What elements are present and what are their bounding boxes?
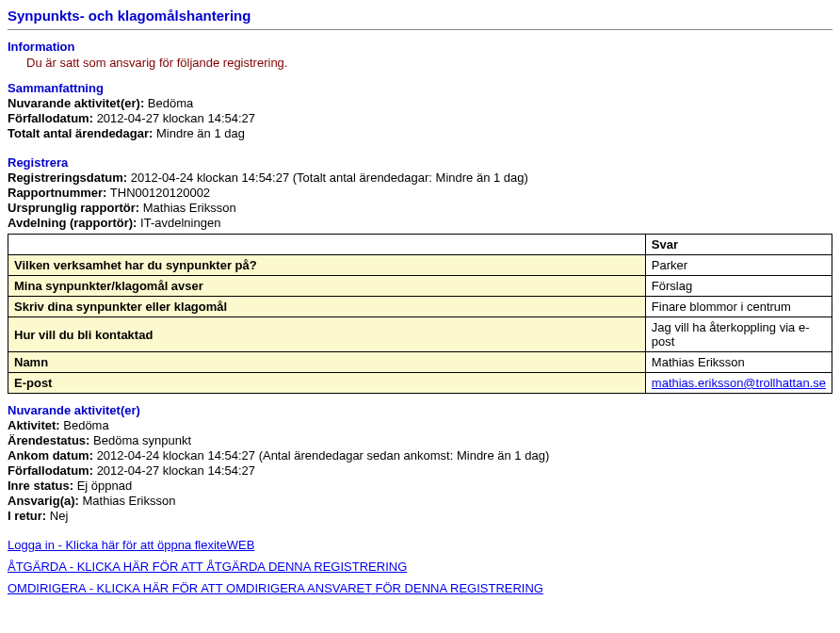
- table-header-row: Svar: [8, 235, 832, 255]
- register-reportnum-label: Rapportnummer:: [8, 186, 106, 200]
- register-reportnum: Rapportnummer: THN00120120002: [8, 186, 832, 200]
- summary-totaldays-value: Mindre än 1 dag: [156, 126, 245, 140]
- current-innerstatus-value: Ej öppnad: [77, 479, 133, 493]
- email-link[interactable]: mathias.eriksson@trollhattan.se: [652, 376, 826, 390]
- page-title: Synpunkts- och klagomålshantering: [8, 8, 832, 24]
- register-reportnum-value: THN00120120002: [110, 186, 210, 200]
- register-origreporter: Ursprunglig rapportör: Mathias Eriksson: [8, 201, 832, 215]
- table-row: Namn Mathias Eriksson: [8, 352, 832, 373]
- info-header: Information: [8, 40, 832, 54]
- summary-totaldays-label: Totalt antal ärendedagar:: [8, 126, 153, 140]
- summary-totaldays: Totalt antal ärendedagar: Mindre än 1 da…: [8, 126, 832, 140]
- current-status: Ärendestatus: Bedöma synpunkt: [8, 433, 832, 447]
- current-arrived-label: Ankom datum:: [8, 448, 93, 463]
- current-due-value: 2012-04-27 klockan 14:54:27: [97, 463, 255, 478]
- current-responsible: Ansvarig(a): Mathias Eriksson: [8, 494, 832, 508]
- current-arrived: Ankom datum: 2012-04-24 klockan 14:54:27…: [8, 448, 832, 463]
- current-activity-label: Aktivitet:: [8, 418, 60, 432]
- summary-current-activities-label: Nuvarande aktivitet(er):: [8, 96, 144, 110]
- register-regdate: Registreringsdatum: 2012-04-24 klockan 1…: [8, 170, 832, 185]
- table-row: Hur vill du bli kontaktad Jag vill ha åt…: [8, 317, 832, 352]
- current-activity-value: Bedöma: [63, 418, 108, 432]
- current-header: Nuvarande aktivitet(er): [8, 403, 832, 417]
- current-status-value: Bedöma synpunkt: [93, 433, 191, 447]
- register-dept-value: IT-avdelningen: [140, 216, 220, 230]
- question-cell: E-post: [8, 373, 646, 394]
- answer-cell: Parker: [645, 255, 832, 276]
- current-innerstatus-label: Inre status:: [8, 479, 73, 493]
- register-regdate-value: 2012-04-24 klockan 14:54:27 (Totalt anta…: [131, 170, 528, 185]
- register-dept-label: Avdelning (rapportör):: [8, 216, 137, 230]
- current-return-label: I retur:: [8, 509, 46, 523]
- current-responsible-value: Mathias Eriksson: [82, 494, 175, 508]
- question-cell: Namn: [8, 352, 646, 373]
- current-due: Förfallodatum: 2012-04-27 klockan 14:54:…: [8, 463, 832, 478]
- current-status-label: Ärendestatus:: [8, 433, 89, 447]
- register-header: Registrera: [8, 155, 832, 170]
- question-cell: Hur vill du bli kontaktad: [8, 317, 646, 352]
- current-arrived-value: 2012-04-24 klockan 14:54:27 (Antal ärend…: [97, 448, 550, 463]
- register-origreporter-label: Ursprunglig rapportör:: [8, 201, 139, 215]
- current-responsible-label: Ansvarig(a):: [8, 494, 79, 508]
- current-due-label: Förfallodatum:: [8, 463, 93, 478]
- current-return: I retur: Nej: [8, 509, 832, 523]
- answer-cell: Finare blommor i centrum: [645, 297, 832, 317]
- action-link[interactable]: ÅTGÄRDA - KLICKA HÄR FÖR ATT ÅTGÄRDA DEN…: [8, 560, 407, 574]
- summary-header: Sammanfattning: [8, 81, 832, 95]
- summary-duedate-label: Förfallodatum:: [8, 111, 93, 125]
- answer-cell: Förslag: [645, 276, 832, 297]
- summary-duedate-value: 2012-04-27 klockan 14:54:27: [97, 111, 255, 125]
- current-return-value: Nej: [50, 509, 69, 523]
- table-row: Vilken verksamhet har du synpunkter på? …: [8, 255, 832, 276]
- info-message: Du är satt som ansvarig för följande reg…: [26, 56, 832, 70]
- title-divider: [8, 29, 832, 30]
- summary-current-activities-value: Bedöma: [148, 96, 193, 110]
- redirect-link[interactable]: OMDIRIGERA - KLICKA HÄR FÖR ATT OMDIRIGE…: [8, 581, 543, 595]
- qa-table: Svar Vilken verksamhet har du synpunkter…: [8, 234, 832, 394]
- question-cell: Vilken verksamhet har du synpunkter på?: [8, 255, 646, 276]
- answer-cell: Jag vill ha återkoppling via e-post: [645, 317, 832, 352]
- table-row: Mina synpunkter/klagomål avser Förslag: [8, 276, 832, 297]
- summary-current-activities: Nuvarande aktivitet(er): Bedöma: [8, 96, 832, 110]
- register-dept: Avdelning (rapportör): IT-avdelningen: [8, 216, 832, 230]
- table-row-email: E-post mathias.eriksson@trollhattan.se: [8, 373, 832, 394]
- answer-cell-email: mathias.eriksson@trollhattan.se: [645, 373, 832, 394]
- question-cell: Skriv dina synpunkter eller klagomål: [8, 297, 646, 317]
- table-row: Skriv dina synpunkter eller klagomål Fin…: [8, 297, 832, 317]
- current-activity: Aktivitet: Bedöma: [8, 418, 832, 432]
- login-link[interactable]: Logga in - Klicka här för att öppna flex…: [8, 538, 254, 552]
- register-regdate-label: Registreringsdatum:: [8, 170, 127, 185]
- table-header-answer: Svar: [645, 235, 832, 255]
- current-innerstatus: Inre status: Ej öppnad: [8, 479, 832, 493]
- register-origreporter-value: Mathias Eriksson: [143, 201, 236, 215]
- summary-duedate: Förfallodatum: 2012-04-27 klockan 14:54:…: [8, 111, 832, 125]
- table-header-blank: [8, 235, 646, 255]
- question-cell: Mina synpunkter/klagomål avser: [8, 276, 646, 297]
- answer-cell: Mathias Eriksson: [645, 352, 832, 373]
